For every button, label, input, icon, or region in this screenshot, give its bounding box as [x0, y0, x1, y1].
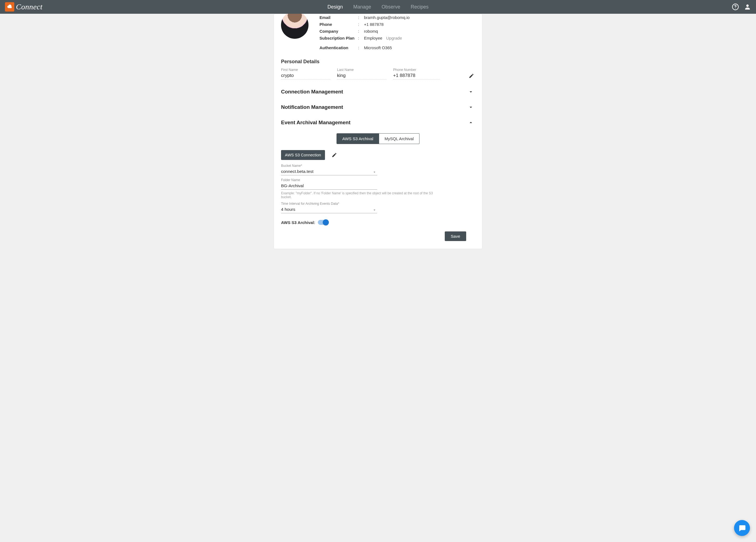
nav-link-design[interactable]: Design — [327, 4, 343, 10]
last-name-label: Last Name — [337, 68, 387, 72]
personal-details-row: First Name crypto Last Name king Phone N… — [274, 65, 482, 79]
toggle-knob-icon — [323, 219, 329, 225]
upgrade-link[interactable]: Upgrade — [386, 36, 402, 40]
bucket-label: Bucket Name* — [281, 164, 475, 168]
aws-connection-row: AWS S3 Connection — [274, 144, 482, 160]
personal-details-title: Personal Details — [274, 51, 482, 65]
phone-value: +1 887878 — [364, 22, 383, 27]
tab-mysql[interactable]: MySQL Archival — [379, 133, 419, 144]
save-button[interactable]: Save — [445, 231, 466, 241]
nav-right — [732, 3, 751, 10]
company-label: Company — [319, 29, 358, 34]
bucket-select[interactable]: connect.beta.test — [281, 168, 377, 175]
plan-value: Employee — [364, 36, 382, 40]
pencil-icon — [332, 152, 337, 158]
email-value: bramh.gupta@robomq.io — [364, 15, 410, 20]
actions: Save — [274, 225, 482, 241]
accordion-notification[interactable]: Notification Management — [274, 95, 482, 110]
first-name-value: crypto — [281, 73, 330, 79]
aws-archival-toggle-label: AWS S3 Archival: — [281, 220, 315, 225]
svg-point-1 — [735, 8, 736, 9]
profile-info: Email : bramh.gupta@robomq.io Phone : +1… — [319, 14, 475, 51]
auth-value: Microsoft O365 — [364, 45, 392, 50]
avatar — [281, 11, 308, 39]
last-name-value: king — [337, 73, 387, 79]
aws-archival-toggle[interactable] — [318, 220, 328, 225]
brand-name: Connect — [16, 2, 43, 11]
email-label: Email — [319, 15, 358, 20]
auth-label: Authentication — [319, 45, 358, 50]
interval-label: Time Interval for Archiving Events Data* — [281, 202, 475, 205]
interval-select[interactable]: 4 hours — [281, 206, 377, 213]
notification-title: Notification Management — [281, 104, 343, 110]
plan-label: Subscription Plan — [319, 36, 358, 40]
accordion-archival[interactable]: Event Archival Management — [274, 110, 482, 126]
chevron-down-icon — [468, 89, 474, 95]
pd-phone-label: Phone Number — [393, 68, 440, 72]
pencil-icon — [469, 73, 474, 79]
archival-title: Event Archival Management — [281, 119, 351, 126]
archival-form: Bucket Name* connect.beta.test Folder Na… — [274, 160, 482, 213]
edit-aws-connection-button[interactable] — [332, 152, 337, 158]
company-value: robomq — [364, 29, 378, 34]
nav-link-recipes[interactable]: Recipes — [411, 4, 429, 10]
settings-card: Email : bramh.gupta@robomq.io Phone : +1… — [274, 14, 482, 249]
first-name-label: First Name — [281, 68, 330, 72]
pd-phone-value: +1 887878 — [393, 73, 440, 79]
connection-title: Connection Management — [281, 89, 343, 95]
tab-aws-s3[interactable]: AWS S3 Archival — [337, 133, 379, 144]
aws-connection-button[interactable]: AWS S3 Connection — [281, 150, 325, 160]
help-icon[interactable] — [732, 3, 739, 10]
brand-logo: Connect — [5, 2, 43, 12]
nav-link-observe[interactable]: Observe — [382, 4, 400, 10]
chevron-up-icon — [468, 119, 474, 126]
phone-label: Phone — [319, 22, 358, 27]
archival-tabs: AWS S3 Archival MySQL Archival — [274, 133, 482, 144]
nav-link-manage[interactable]: Manage — [353, 4, 371, 10]
svg-point-2 — [746, 4, 749, 7]
top-nav: Connect Design Manage Observe Recipes — [0, 0, 756, 14]
folder-label: Folder Name — [281, 178, 475, 182]
folder-hint: Example: "myFolder". If no 'Folder Name'… — [281, 191, 435, 199]
nav-center: Design Manage Observe Recipes — [327, 4, 429, 10]
chevron-down-icon — [468, 104, 474, 110]
brand-badge-icon — [5, 2, 14, 12]
aws-archival-toggle-row: AWS S3 Archival: — [274, 216, 482, 225]
accordion-connection[interactable]: Connection Management — [274, 79, 482, 95]
edit-personal-details-button[interactable] — [468, 72, 475, 79]
folder-input[interactable] — [281, 182, 377, 190]
profile-icon[interactable] — [744, 3, 751, 10]
profile-head: Email : bramh.gupta@robomq.io Phone : +1… — [274, 14, 482, 51]
